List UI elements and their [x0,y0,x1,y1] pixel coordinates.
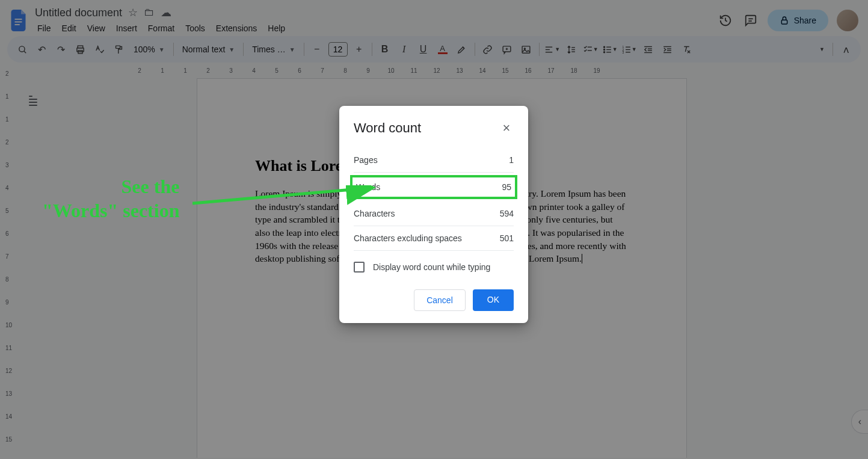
wc-row-characters: Characters 594 [354,202,514,226]
paint-format-icon[interactable] [109,40,128,58]
share-label: Share [794,16,816,25]
svg-point-30 [603,51,605,52]
underline-icon[interactable]: U [414,40,432,58]
insert-image-icon[interactable] [517,40,535,58]
search-icon[interactable] [13,40,31,58]
font-size-increase-icon[interactable]: + [350,40,368,58]
wc-value: 501 [500,233,514,243]
svg-line-7 [23,51,25,52]
wc-row-words: Words 95 [350,175,517,199]
wc-label: Characters [354,209,395,218]
close-icon[interactable]: × [499,122,514,135]
menu-extensions[interactable]: Extensions [211,22,262,35]
indent-decrease-icon[interactable] [639,40,657,58]
bulleted-list-icon[interactable]: ▼ [601,40,619,58]
dialog-title: Word count [354,120,421,136]
outline-toggle-icon[interactable] [25,91,43,109]
menu-help[interactable]: Help [263,22,290,35]
svg-point-6 [19,46,24,51]
menu-insert[interactable]: Insert [111,22,142,35]
spellcheck-icon[interactable] [90,40,108,58]
move-icon[interactable]: 🗀 [144,6,155,19]
svg-rect-11 [115,46,120,48]
menu-file[interactable]: File [32,22,56,35]
wc-label: Characters excluding spaces [354,233,462,243]
bold-icon[interactable]: B [376,40,394,58]
history-icon[interactable] [717,12,734,29]
wc-row-characters-no-spaces: Characters excluding spaces 501 [354,226,514,251]
menu-view[interactable]: View [82,22,110,35]
svg-text:3: 3 [622,51,624,54]
checklist-icon[interactable]: ▼ [582,40,600,58]
svg-point-26 [603,46,605,48]
menu-format[interactable]: Format [143,22,179,35]
svg-rect-0 [15,19,22,20]
font-size-input[interactable] [328,42,348,57]
font-size-decrease-icon[interactable]: − [308,40,326,58]
font-select[interactable]: Times …▼ [247,42,300,57]
vertical-ruler[interactable]: 21123456789101112131415 [4,77,16,458]
indent-increase-icon[interactable] [659,40,677,58]
line-spacing-icon[interactable] [562,40,580,58]
word-count-dialog: Word count × Pages 1 Words 95 Characters… [339,106,528,323]
lock-icon [780,16,789,25]
menu-tools[interactable]: Tools [180,22,210,35]
svg-rect-5 [781,20,787,24]
insert-comment-icon[interactable] [498,40,516,58]
menu-edit[interactable]: Edit [57,22,81,35]
document-title[interactable]: Untitled document [35,7,122,19]
zoom-select[interactable]: 100%▼ [129,42,170,57]
print-icon[interactable] [71,40,89,58]
toolbar: ↶ ↷ 100%▼ Normal text▼ Times …▼ − + B I … [7,36,861,63]
paragraph-style-select[interactable]: Normal text▼ [177,42,239,57]
svg-rect-15 [522,46,530,52]
account-avatar[interactable] [837,10,858,31]
insert-link-icon[interactable] [479,40,497,58]
text-cursor [582,254,582,263]
cloud-status-icon[interactable]: ☁ [161,6,171,19]
wc-row-pages: Pages 1 [354,148,514,173]
share-button[interactable]: Share [768,10,828,31]
redo-icon[interactable]: ↷ [52,40,70,58]
collapse-toolbar-icon[interactable]: ʌ [837,40,855,58]
checkbox-label: Display word count while typing [373,262,490,272]
docs-logo[interactable] [7,5,31,36]
horizontal-ruler[interactable]: 2112345678910111213141516171819 [31,65,868,77]
clear-formatting-icon[interactable] [678,40,696,58]
display-while-typing-checkbox[interactable] [354,262,365,273]
comments-icon[interactable] [742,12,759,29]
editing-mode-select[interactable]: ▼ [811,40,829,58]
svg-rect-2 [15,24,20,25]
cancel-button[interactable]: Cancel [414,289,466,311]
text-color-icon[interactable]: A [434,40,452,58]
align-icon[interactable]: ▼ [543,40,561,58]
ok-button[interactable]: OK [473,289,514,311]
undo-icon[interactable]: ↶ [32,40,51,58]
wc-label: Words [356,182,380,192]
wc-label: Pages [354,155,378,165]
wc-value: 1 [509,155,514,165]
svg-point-28 [603,49,605,50]
highlight-icon[interactable] [453,40,471,58]
wc-value: 594 [500,209,514,218]
star-icon[interactable]: ☆ [128,6,138,19]
menubar: File Edit View Insert Format Tools Exten… [31,20,717,36]
svg-rect-1 [15,22,22,23]
numbered-list-icon[interactable]: 123▼ [620,40,638,58]
italic-icon[interactable]: I [395,40,413,58]
wc-value: 95 [502,182,511,192]
